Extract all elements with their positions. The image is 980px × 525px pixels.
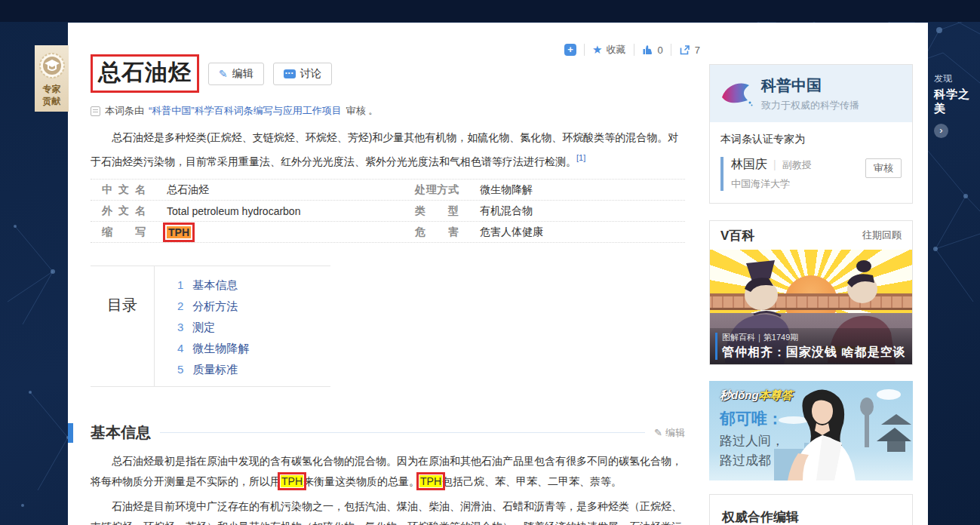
discover-label: 发现	[934, 72, 980, 85]
review-badge[interactable]: 审核	[865, 158, 902, 178]
ad-logo: 秒dǒng本尊答	[720, 388, 793, 403]
kepu-china-logo	[719, 78, 754, 109]
v-baike-card: V百科 往期回顾 图解百科｜第1749期 管仲相齐：国家没钱 啥都是空谈	[709, 220, 913, 365]
share-count: 7	[695, 45, 700, 56]
edit-entry-button[interactable]: ✎ 编辑	[208, 63, 264, 85]
kepu-project-link[interactable]: “科普中国”科学百科词条编写与应用工作项目	[149, 104, 342, 118]
comic-caption-overlay: 图解百科｜第1749期 管仲相齐：国家没钱 啥都是空谈	[710, 328, 912, 364]
reference-link-1[interactable]: [1]	[576, 153, 585, 162]
toc-item-basic-info[interactable]: 1基本信息	[177, 278, 330, 299]
kepu-china-card: 科普中国 致力于权威的科学传播 本词条认证专家为 林国庆|副教授 中国海洋大学 …	[709, 64, 913, 204]
ad-tagline-2: 路过成都	[720, 452, 771, 469]
expert-title: 副教授	[782, 159, 812, 170]
star-icon: ★	[592, 43, 602, 57]
kepu-subtitle: 致力于权威的科学传播	[761, 99, 859, 112]
paragraph-text: 石油烃是目前环境中广泛存在的有机污染物之一，包括汽油、煤油、柴油、润滑油、石蜡和…	[91, 500, 682, 525]
infobox-value: 总石油烃	[167, 183, 404, 197]
like-count: 0	[658, 45, 663, 56]
caption-accent-bar	[715, 333, 717, 360]
notice-suffix: 审核 。	[346, 104, 379, 118]
infobox-value: 危害人体健康	[480, 226, 685, 239]
comment-icon: •••	[284, 69, 296, 78]
favorite-label: 收藏	[607, 43, 626, 57]
entry-actions-bar: + ★ 收藏 0 7	[564, 43, 700, 57]
table-of-contents: 目录 1基本信息 2分析方法 3测定 4微生物降解 5质量标准	[91, 266, 330, 387]
thumbs-up-icon	[642, 44, 654, 56]
discover-science-beauty: 发现 科学之美 ›	[934, 72, 980, 138]
infobox-label: 中文名	[102, 183, 146, 197]
infobox-value: 微生物降解	[480, 183, 685, 197]
page-title: 总石油烃	[91, 54, 199, 93]
notice-prefix: 本词条由	[105, 104, 144, 118]
favorite-button[interactable]: ★ 收藏	[592, 43, 625, 57]
discuss-button[interactable]: ••• 讨论	[273, 63, 332, 85]
section-title: 基本信息	[91, 422, 151, 443]
kepu-card-body: 本词条认证专家为 林国庆|副教授 中国海洋大学 审核	[710, 122, 912, 191]
paragraph-text: 包括己烷、苯、甲苯、二甲苯、萘等。	[442, 475, 622, 487]
infobox-table: 中文名 总石油烃 处理方式 微生物降解 外文名 Total petroleum …	[91, 179, 685, 243]
toc-title: 目录	[91, 266, 155, 386]
like-button[interactable]: 0	[642, 44, 663, 56]
plus-icon: +	[564, 44, 576, 56]
share-button[interactable]: 7	[679, 44, 700, 56]
edit-entry-label: 编辑	[232, 67, 253, 81]
ad-celebrity-name: 郁可唯：	[720, 408, 783, 429]
infobox-label: 缩写	[102, 226, 146, 239]
toc-items: 1基本信息 2分析方法 3测定 4微生物降解 5质量标准	[155, 266, 330, 386]
ad-banner[interactable]: 秒dǒng本尊答 郁可唯： 路过人间， 路过成都	[709, 381, 913, 480]
document-icon	[91, 106, 100, 116]
expert-badge-label-line2: 贡献	[43, 95, 61, 107]
partner-card-title: 权威合作编辑	[710, 495, 912, 525]
expert-name[interactable]: 林国庆	[731, 158, 767, 170]
discuss-label: 讨论	[300, 67, 321, 81]
toc-item-quality-standard[interactable]: 5质量标准	[177, 363, 330, 384]
top-navigation-bar	[0, 0, 980, 22]
infobox-label: 危害	[415, 226, 459, 239]
expert-contribution-badge[interactable]: 专家 贡献	[35, 45, 69, 112]
toc-item-analysis-methods[interactable]: 2分析方法	[177, 299, 330, 321]
toc-item-determination[interactable]: 3测定	[177, 321, 330, 342]
tph-highlight-annotated: TPH	[281, 475, 303, 487]
section-accent-bar	[68, 423, 73, 443]
expert-badge-label-line1: 专家	[43, 83, 61, 95]
basic-info-paragraph-2: 石油烃是目前环境中广泛存在的有机污染物之一，包括汽油、煤油、柴油、润滑油、石蜡和…	[91, 496, 685, 525]
pencil-icon: ✎	[219, 68, 228, 80]
section-edit-link[interactable]: ✎ 编辑	[654, 426, 685, 440]
v-baike-comic-image[interactable]: 图解百科｜第1749期 管仲相齐：国家没钱 啥都是空谈	[710, 250, 912, 364]
add-button[interactable]: +	[564, 44, 576, 56]
kepu-title: 科普中国	[761, 75, 859, 96]
ad-tagline-1: 路过人间，	[720, 432, 784, 450]
intro-text: 总石油烃是多种烃类(正烷烃、支链烷烃、环烷烃、芳烃)和少量其他有机物，如硫化物、…	[91, 131, 678, 167]
pencil-icon: ✎	[654, 427, 662, 438]
share-icon	[679, 44, 691, 56]
infobox-row: 外文名 Total petroleum hydrocarbon 类型 有机混合物	[91, 201, 685, 222]
chevron-right-icon[interactable]: ›	[934, 124, 948, 138]
infobox-label: 外文名	[102, 204, 146, 218]
comic-issue-tag: 图解百科｜第1749期	[722, 332, 912, 343]
infobox-row: 缩写 TPH 危害 危害人体健康	[91, 222, 685, 243]
infobox-value-abbreviation: TPH	[167, 226, 404, 238]
review-notice: 本词条由 “科普中国”科学百科词条编写与应用工作项目 审核 。	[91, 104, 378, 118]
infobox-label: 类型	[415, 204, 459, 218]
tph-abbreviation-annotated: TPH	[167, 226, 191, 238]
basic-info-paragraph-1: 总石油烃最初是指在原油中发现的含有碳氢化合物的混合物。因为在原油和其他石油产品里…	[91, 451, 685, 492]
section-divider-line	[160, 432, 645, 433]
expert-organization: 中国海洋大学	[731, 177, 902, 191]
infobox-value: 有机混合物	[480, 204, 685, 218]
intro-paragraph: 总石油烃是多种烃类(正烷烃、支链烷烃、环烷烃、芳烃)和少量其他有机物，如硫化物、…	[91, 127, 685, 172]
toc-item-biodegradation[interactable]: 4微生物降解	[177, 342, 330, 363]
divider	[634, 44, 634, 56]
infobox-value: Total petroleum hydrocarbon	[167, 205, 404, 217]
past-issues-link[interactable]: 往期回顾	[862, 229, 902, 242]
infobox-label: 处理方式	[415, 183, 459, 197]
authoritative-partner-card: 权威合作编辑	[709, 494, 913, 525]
graduation-cap-icon	[39, 53, 65, 78]
kepu-card-header: 科普中国 致力于权威的科学传播	[710, 65, 912, 122]
certified-expert-label: 本词条认证专家为	[720, 133, 902, 146]
comic-caption-title: 管仲相齐：国家没钱 啥都是空谈	[722, 345, 912, 361]
divider	[584, 44, 585, 56]
section-header-basic-info: 基本信息 ✎ 编辑	[68, 422, 685, 443]
divider: |	[773, 158, 776, 170]
tph-highlight-annotated: TPH	[419, 475, 442, 487]
paragraph-text: 来衡量这类物质的总量。	[303, 475, 419, 487]
